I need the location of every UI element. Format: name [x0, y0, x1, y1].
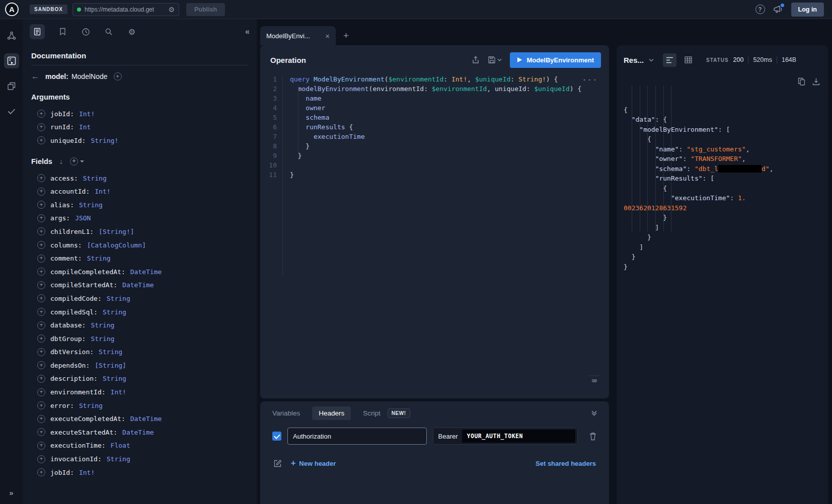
keyboard-shortcuts-icon[interactable]: ⌨	[589, 375, 600, 376]
docs-tab-icon[interactable]	[30, 24, 45, 39]
field-row[interactable]: dbtGroup:String	[37, 332, 248, 346]
nav-explorer-icon[interactable]	[4, 53, 19, 68]
field-row[interactable]: executeStartedAt:DateTime	[37, 426, 248, 439]
bulk-edit-headers-icon[interactable]	[273, 459, 282, 468]
add-type-to-query-icon[interactable]	[114, 72, 122, 80]
field-type-link[interactable]: Int!	[79, 469, 95, 476]
sort-fields-icon[interactable]: ↓	[59, 157, 63, 165]
field-row[interactable]: error:String	[37, 399, 248, 412]
operation-tab[interactable]: ModelByEnvi... ×	[260, 26, 336, 45]
endpoint-url-text[interactable]: https://metadata.cloud.get	[85, 6, 165, 13]
collapse-sidebar-icon[interactable]: «	[245, 27, 250, 36]
add-field-to-query-icon[interactable]	[37, 123, 45, 131]
code-lines[interactable]: query ModelByEnvironment($environmentId:…	[283, 74, 581, 276]
response-json[interactable]: { "data": { "modelByEnvironment": [ { "n…	[624, 75, 821, 272]
settings-gear-icon[interactable]: ⚙	[126, 26, 137, 37]
add-field-to-query-icon[interactable]	[37, 268, 45, 276]
announcements-icon[interactable]	[773, 5, 783, 14]
add-field-to-query-icon[interactable]	[37, 321, 45, 329]
field-type-link[interactable]: String	[107, 455, 130, 463]
header-enabled-checkbox[interactable]	[272, 432, 281, 441]
field-type-link[interactable]: DateTime	[130, 268, 162, 276]
field-type-link[interactable]: Float	[111, 442, 130, 449]
add-field-to-query-icon[interactable]	[37, 415, 45, 423]
field-row[interactable]: compiledCode:String	[37, 292, 248, 305]
field-type-link[interactable]: String	[103, 308, 126, 316]
add-field-to-query-icon[interactable]	[37, 401, 45, 409]
add-field-to-query-icon[interactable]	[37, 110, 45, 118]
field-type-link[interactable]: [CatalogColumn]	[87, 241, 146, 249]
field-type-link[interactable]: Int!	[111, 388, 126, 396]
field-row[interactable]: childrenL1:[String!]	[37, 225, 248, 238]
field-type-link[interactable]: String	[91, 335, 114, 343]
header-value-input[interactable]: Bearer YOUR_AUTH_TOKEN	[433, 428, 578, 445]
add-field-to-query-icon[interactable]	[37, 188, 45, 196]
field-type-link[interactable]: [String!]	[99, 228, 134, 235]
back-arrow-icon[interactable]: ←	[31, 72, 39, 81]
add-field-to-query-icon[interactable]	[37, 442, 45, 450]
field-type-link[interactable]: String	[79, 402, 103, 409]
tab-variables[interactable]: Variables	[272, 409, 300, 417]
run-operation-button[interactable]: ModelByEnvironment	[510, 52, 601, 68]
field-type-link[interactable]: String	[87, 255, 111, 262]
add-all-fields-icon[interactable]	[70, 157, 78, 165]
field-row[interactable]: description:String	[37, 372, 248, 386]
field-type-link[interactable]: DateTime	[122, 429, 154, 436]
header-key-input[interactable]	[287, 428, 427, 445]
endpoint-url-input[interactable]: https://metadata.cloud.get ⚙	[72, 3, 179, 16]
field-row[interactable]: alias:String	[37, 198, 248, 212]
add-field-to-query-icon[interactable]	[37, 388, 45, 396]
field-row[interactable]: executeCompletedAt:DateTime	[37, 412, 248, 426]
field-row[interactable]: runId:Int	[37, 121, 248, 134]
field-type-link[interactable]: DateTime	[122, 281, 154, 289]
field-row[interactable]: compiledSql:String	[37, 305, 248, 319]
operation-menu-icon[interactable]: ···	[582, 75, 598, 85]
add-field-to-query-icon[interactable]	[37, 214, 45, 222]
auth-token-chip[interactable]: YOUR_AUTH_TOKEN	[462, 430, 575, 443]
field-row[interactable]: accountId:Int!	[37, 185, 248, 198]
login-button[interactable]: Log in	[791, 3, 824, 17]
set-shared-headers-link[interactable]: Set shared headers	[536, 460, 596, 467]
add-field-to-query-icon[interactable]	[37, 241, 45, 249]
breadcrumb-type-name[interactable]: ModelNode	[71, 72, 108, 80]
formatted-view-icon[interactable]	[663, 53, 676, 67]
new-tab-icon[interactable]: +	[343, 30, 349, 41]
add-field-to-query-icon[interactable]	[37, 281, 45, 289]
field-row[interactable]: args:JSON	[37, 212, 248, 225]
add-field-to-query-icon[interactable]	[37, 361, 45, 369]
field-row[interactable]: columns:[CatalogColumn]	[37, 238, 248, 252]
nav-collections-icon[interactable]	[4, 78, 19, 94]
field-type-link[interactable]: JSON	[75, 214, 91, 222]
field-type-link[interactable]: String	[91, 321, 114, 329]
search-icon[interactable]	[103, 26, 114, 37]
endpoint-settings-gear-icon[interactable]: ⚙	[168, 6, 175, 13]
field-row[interactable]: dependsOn:[String]	[37, 359, 248, 372]
field-row[interactable]: database:String	[37, 318, 248, 332]
add-field-to-query-icon[interactable]	[37, 375, 45, 383]
delete-header-icon[interactable]	[589, 432, 597, 441]
field-type-link[interactable]: String	[83, 175, 107, 182]
add-field-to-query-icon[interactable]	[37, 308, 45, 316]
share-operation-icon[interactable]	[472, 56, 480, 64]
tab-script[interactable]: Script	[363, 409, 381, 417]
response-title-chevron-icon[interactable]	[649, 58, 654, 62]
field-type-link[interactable]: Int!	[95, 188, 110, 195]
help-icon[interactable]: ?	[755, 5, 765, 14]
nav-schema-icon[interactable]	[4, 28, 19, 43]
field-row[interactable]: uniqueId:String!	[37, 134, 248, 147]
field-type-link[interactable]: String	[99, 348, 122, 356]
field-type-link[interactable]: Int	[79, 123, 91, 131]
add-field-to-query-icon[interactable]	[37, 227, 45, 235]
add-field-to-query-icon[interactable]	[37, 428, 45, 436]
collapse-panel-icon[interactable]	[591, 410, 597, 416]
add-field-to-query-icon[interactable]	[37, 468, 45, 476]
add-field-to-query-icon[interactable]	[37, 136, 45, 144]
field-type-link[interactable]: [String]	[95, 362, 126, 369]
field-row[interactable]: comment:String	[37, 251, 248, 265]
save-operation-icon[interactable]	[488, 56, 502, 64]
field-type-link[interactable]: DateTime	[130, 415, 162, 423]
field-row[interactable]: jobId:Int!	[37, 107, 248, 121]
add-fields-chevron-icon[interactable]	[80, 160, 84, 164]
field-row[interactable]: compileStartedAt:DateTime	[37, 279, 248, 292]
nav-checks-icon[interactable]	[4, 104, 19, 119]
